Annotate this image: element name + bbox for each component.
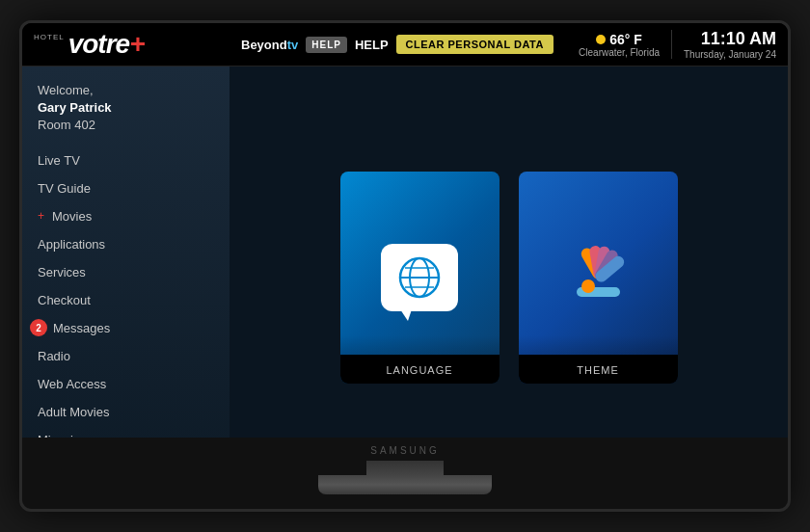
beyond-text: Beyond [241, 38, 287, 52]
theme-label: THEME [577, 364, 619, 376]
samsung-brand: SAMSUNG [22, 438, 788, 461]
sidebar-item-adult-movies[interactable]: Adult Movies [22, 398, 230, 426]
weather-area: 66° F Clearwater, Florida [579, 32, 660, 58]
nav-label: Messages [53, 321, 110, 335]
tv-screen: HOTEL votre+ Beyondtv HELP HELP CLEAR PE… [22, 23, 788, 438]
weather-location: Clearwater, Florida [579, 47, 660, 58]
top-bar: HOTEL votre+ Beyondtv HELP HELP CLEAR PE… [22, 23, 788, 66]
logo-area: HOTEL votre+ [34, 29, 241, 60]
sun-icon [596, 35, 606, 44]
sidebar-item-radio[interactable]: Radio [22, 342, 230, 370]
sidebar-item-live-tv[interactable]: Live TV [22, 146, 230, 174]
help-badge: HELP [306, 37, 347, 53]
apps-grid: LANGUAGE [340, 172, 678, 384]
app-tile-language[interactable]: LANGUAGE [340, 172, 500, 384]
brand-label: SAMSUNG [370, 445, 440, 456]
sidebar-item-services[interactable]: Services [22, 258, 230, 286]
plus-icon: + [38, 209, 44, 223]
language-icon-area [376, 234, 463, 321]
clear-personal-data-button[interactable]: CLEAR PERSONAL DATA [396, 35, 554, 54]
nav-label: Radio [38, 349, 70, 363]
right-info: 66° F Clearwater, Florida 11:10 AM Thurs… [579, 29, 776, 60]
messages-badge: 2 [30, 319, 47, 336]
globe-bubble [381, 244, 458, 311]
help-label: HELP [355, 38, 389, 52]
nav-label: TV Guide [38, 181, 91, 196]
globe-icon [395, 253, 444, 302]
nav-label: Adult Movies [38, 405, 109, 419]
center-bar: Beyondtv HELP HELP CLEAR PERSONAL DATA [241, 35, 579, 54]
theme-colorwheel-icon [557, 236, 639, 318]
svg-point-11 [581, 279, 595, 293]
temperature: 66° F [609, 32, 642, 47]
nav-label: Applications [38, 237, 105, 252]
language-label: LANGUAGE [386, 364, 452, 376]
sidebar-item-web-access[interactable]: Web Access [22, 370, 230, 398]
sidebar-item-applications[interactable]: Applications [22, 230, 230, 258]
stand-base [318, 475, 492, 494]
nav-label: Movies [52, 209, 92, 224]
language-label-area: LANGUAGE [340, 355, 500, 384]
sidebar-item-movies[interactable]: + Movies [22, 202, 230, 230]
tv-stand [22, 461, 788, 509]
beyondtv-logo: Beyondtv [241, 38, 298, 52]
sidebar-item-messages[interactable]: 2 Messages [22, 314, 230, 342]
nav-label: Web Access [38, 377, 106, 391]
tv-text: tv [287, 38, 299, 52]
sidebar-item-mirroring[interactable]: Mirroring [22, 426, 230, 438]
tv-stand-area: SAMSUNG [22, 438, 788, 509]
nav-label: Checkout [38, 293, 91, 307]
time-area: 11:10 AM Thursday, January 24 [684, 29, 776, 60]
theme-icon-area [554, 234, 641, 321]
sidebar: Welcome, Gary Patrick Room 402 Live TV T… [22, 66, 230, 438]
logo-text: votre [68, 29, 129, 59]
welcome-line: Welcome, [38, 82, 214, 99]
divider [671, 30, 672, 59]
main-content: Welcome, Gary Patrick Room 402 Live TV T… [22, 66, 788, 438]
content-area: LANGUAGE [230, 66, 788, 438]
sidebar-item-checkout[interactable]: Checkout [22, 286, 230, 314]
hotel-label: HOTEL [34, 33, 65, 41]
tv-outer: HOTEL votre+ Beyondtv HELP HELP CLEAR PE… [19, 20, 791, 512]
theme-label-area: THEME [519, 355, 678, 384]
current-date: Thursday, January 24 [684, 49, 776, 60]
welcome-section: Welcome, Gary Patrick Room 402 [22, 74, 230, 146]
app-tile-theme[interactable]: THEME [519, 172, 678, 384]
nav-label: Live TV [38, 153, 80, 168]
sidebar-item-tv-guide[interactable]: TV Guide [22, 174, 230, 202]
votre-logo: votre+ [68, 29, 145, 60]
stand-neck [366, 461, 444, 475]
current-time: 11:10 AM [684, 29, 776, 49]
nav-label: Services [38, 265, 86, 279]
room-number: Room 402 [38, 117, 214, 134]
user-name: Gary Patrick [38, 99, 214, 117]
logo-accent: + [129, 29, 144, 59]
temp-row: 66° F [596, 32, 642, 47]
